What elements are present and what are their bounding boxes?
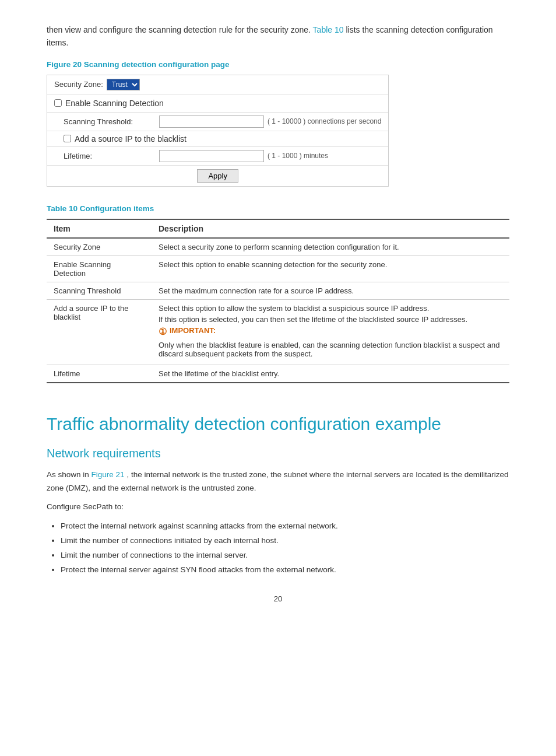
important-icon: ① xyxy=(159,326,167,338)
list-item: Protect the internal network against sca… xyxy=(61,520,509,533)
list-item: Limit the number of connections initiate… xyxy=(61,534,509,548)
lifetime-input-col: ( 1 - 1000 ) minutes xyxy=(159,150,381,162)
network-requirements-text1: As shown in Figure 21 , the internal net… xyxy=(47,468,509,495)
list-item: Protect the internal server against SYN … xyxy=(61,564,509,577)
lifetime-input[interactable] xyxy=(159,150,264,162)
figure21-link[interactable]: Figure 21 xyxy=(92,470,125,479)
table-row: Enable Scanning Detection Select this op… xyxy=(47,256,509,282)
scanning-detection-config-box: Security Zone: Trust Enable Scanning Det… xyxy=(47,75,389,187)
row-item-add-source: Add a source IP to the blacklist xyxy=(47,299,152,365)
add-source-desc-3: Only when the blacklist feature is enabl… xyxy=(159,341,502,358)
figure-title: Figure 20 Scanning detection configurati… xyxy=(47,60,509,69)
col-header-item: Item xyxy=(47,219,152,238)
scanning-threshold-input[interactable] xyxy=(159,116,264,128)
row-item-enable-scanning: Enable Scanning Detection xyxy=(47,256,152,282)
network-requirements-heading: Network requirements xyxy=(47,447,509,460)
intro-paragraph: then view and configure the scanning det… xyxy=(47,23,509,50)
important-block: ① IMPORTANT: xyxy=(159,326,502,338)
security-zone-select[interactable]: Trust xyxy=(107,79,140,90)
row-item-lifetime: Lifetime xyxy=(47,365,152,383)
table-title: Table 10 Configuration items xyxy=(47,204,509,213)
apply-button[interactable]: Apply xyxy=(197,169,238,183)
scanning-threshold-row: Scanning Threshold: ( 1 - 10000 ) connec… xyxy=(47,113,388,131)
row-desc-scanning-threshold: Set the maximum connection rate for a so… xyxy=(152,282,509,299)
intro-text-before: then view and configure the scanning det… xyxy=(47,25,311,34)
add-source-checkbox[interactable] xyxy=(64,135,71,142)
apply-row: Apply xyxy=(47,166,388,186)
page-number: 20 xyxy=(47,594,509,603)
row-desc-enable-scanning: Select this option to enable scanning de… xyxy=(152,256,509,282)
add-source-desc-1: Select this option to allow the system t… xyxy=(159,304,502,313)
add-source-row: Add a source IP to the blacklist xyxy=(47,131,388,147)
table-row: Add a source IP to the blacklist Select … xyxy=(47,299,509,365)
lifetime-label: Lifetime: xyxy=(54,152,159,160)
row-desc-lifetime: Set the lifetime of the blacklist entry. xyxy=(152,365,509,383)
important-label: IMPORTANT: xyxy=(170,326,216,335)
security-zone-label: Security Zone: xyxy=(54,80,103,89)
lifetime-hint: ( 1 - 1000 ) minutes xyxy=(268,152,328,160)
table-header-row: Item Description xyxy=(47,219,509,238)
enable-scanning-label: Enable Scanning Detection xyxy=(65,99,164,108)
col-header-description: Description xyxy=(152,219,509,238)
table-row: Lifetime Set the lifetime of the blackli… xyxy=(47,365,509,383)
lifetime-row: Lifetime: ( 1 - 1000 ) minutes xyxy=(47,147,388,166)
row-desc-security-zone: Select a security zone to perform scanni… xyxy=(152,238,509,256)
security-zone-row: Security Zone: Trust xyxy=(47,75,388,94)
section-heading: Traffic abnormality detection configurat… xyxy=(47,412,509,435)
row-desc-add-source: Select this option to allow the system t… xyxy=(152,299,509,365)
enable-scanning-row: Enable Scanning Detection xyxy=(47,94,388,113)
add-source-label: Add a source IP to the blacklist xyxy=(75,134,186,144)
table-row: Scanning Threshold Set the maximum conne… xyxy=(47,282,509,299)
scanning-threshold-input-col: ( 1 - 10000 ) connections per second xyxy=(159,116,381,128)
enable-scanning-checkbox[interactable] xyxy=(54,99,62,107)
nr-text1-before: As shown in xyxy=(47,470,89,479)
scanning-threshold-hint: ( 1 - 10000 ) connections per second xyxy=(268,117,381,125)
configure-secpath-text: Configure SecPath to: xyxy=(47,501,509,514)
table-row: Security Zone Select a security zone to … xyxy=(47,238,509,256)
row-item-scanning-threshold: Scanning Threshold xyxy=(47,282,152,299)
scanning-threshold-label: Scanning Threshold: xyxy=(54,117,159,126)
row-item-security-zone: Security Zone xyxy=(47,238,152,256)
table10-link[interactable]: Table 10 xyxy=(313,25,344,34)
list-item: Limit the number of connections to the i… xyxy=(61,549,509,562)
requirements-bullet-list: Protect the internal network against sca… xyxy=(47,520,509,577)
add-source-desc-2: If this option is selected, you can then… xyxy=(159,315,502,324)
configuration-table: Item Description Security Zone Select a … xyxy=(47,219,509,383)
